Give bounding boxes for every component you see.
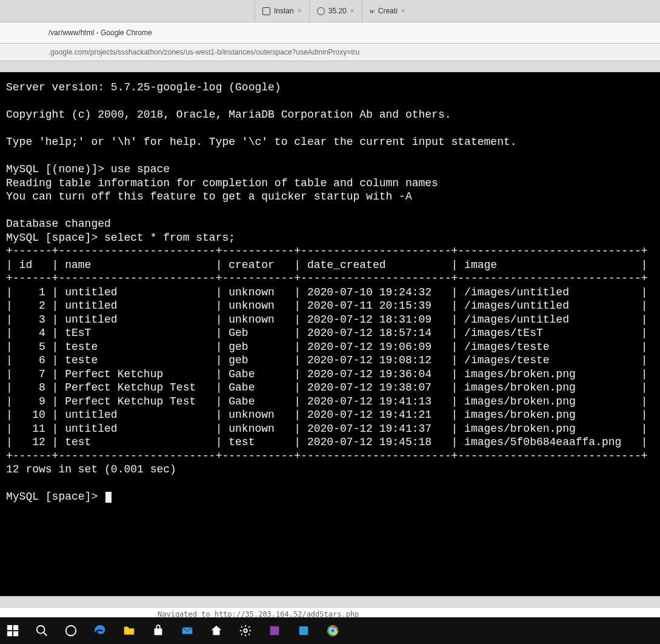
browser-address-field[interactable]: .google.com/projects/ssshackathon/zones/… [0, 44, 660, 61]
tab-label: 35.20 [328, 7, 347, 15]
mail-icon[interactable] [178, 622, 196, 640]
browser-tab[interactable]: Instan × [255, 0, 309, 22]
w-icon: w [370, 7, 375, 16]
svg-rect-0 [7, 625, 12, 630]
address-text: .google.com/projects/ssshackathon/zones/… [48, 48, 359, 56]
svg-rect-1 [13, 625, 18, 630]
svg-point-8 [244, 629, 247, 632]
tab-label: Instan [274, 7, 294, 15]
onenote-icon[interactable] [265, 622, 284, 640]
browser-tab[interactable]: 35.20 × [309, 0, 362, 22]
svg-rect-3 [13, 631, 18, 636]
edge-icon[interactable] [91, 622, 109, 640]
browser-url-bar[interactable]: /var/www/html - Google Chrome [0, 22, 660, 44]
settings-icon[interactable] [236, 622, 255, 640]
window-title: /var/www/html - Google Chrome [48, 29, 152, 37]
store-icon[interactable] [149, 622, 167, 640]
ssh-terminal[interactable]: Server version: 5.7.25-google-log (Googl… [0, 72, 660, 596]
close-icon[interactable]: × [350, 7, 355, 15]
svg-line-5 [44, 632, 47, 636]
globe-icon [317, 7, 325, 15]
svg-point-4 [37, 626, 45, 634]
search-icon[interactable] [33, 622, 51, 640]
home-icon[interactable] [207, 622, 225, 640]
maxthon-icon[interactable] [295, 622, 313, 640]
svg-rect-10 [299, 626, 308, 636]
browser-tab-strip: Instan × 35.20 × w Creati × [0, 0, 660, 22]
file-explorer-icon[interactable] [120, 622, 138, 640]
close-icon[interactable]: × [401, 7, 405, 15]
windows-taskbar [0, 617, 660, 644]
svg-rect-2 [7, 631, 12, 636]
close-icon[interactable]: × [298, 7, 302, 15]
start-icon[interactable] [4, 622, 22, 640]
browser-tab[interactable]: w Creati × [362, 0, 413, 22]
cortana-icon[interactable] [62, 622, 80, 640]
chrome-icon[interactable] [324, 622, 342, 640]
tab-label: Creati [378, 7, 398, 15]
stack-icon [262, 7, 270, 15]
svg-point-6 [66, 626, 76, 636]
svg-rect-9 [270, 626, 279, 636]
